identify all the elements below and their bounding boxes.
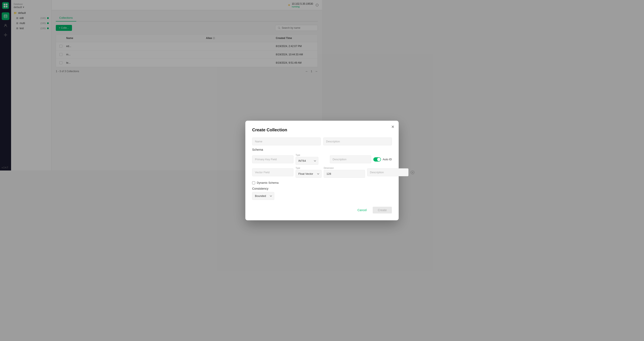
vec-field-wrapper [252,168,294,170]
modal-overlay: Create Collection ✕ Schema Type [0,0,322,170]
name-input[interactable] [252,137,321,145]
schema-section: Schema Type INT64 VARCHAR [252,148,322,170]
vector-field-row: Type Float Vector Binary Vector Dimensio… [252,167,322,170]
vec-type-select[interactable]: Float Vector Binary Vector [296,170,322,170]
pk-field-wrapper [252,155,294,163]
primary-key-input[interactable] [252,155,294,163]
vec-type-wrapper: Type Float Vector Binary Vector [296,167,322,170]
name-field [252,137,321,145]
modal-title: Create Collection [252,127,322,132]
pk-type-wrapper: Type INT64 VARCHAR [296,154,322,165]
name-description-row [252,137,322,145]
pk-type-label: Type [296,154,322,156]
create-collection-modal: Create Collection ✕ Schema Type [245,121,322,170]
vector-field-input[interactable] [252,168,294,170]
pk-type-select[interactable]: INT64 VARCHAR [296,157,318,165]
primary-key-row: Type INT64 VARCHAR Auto ID [252,154,322,165]
schema-label: Schema [252,148,322,151]
vec-type-label: Type [296,167,322,169]
